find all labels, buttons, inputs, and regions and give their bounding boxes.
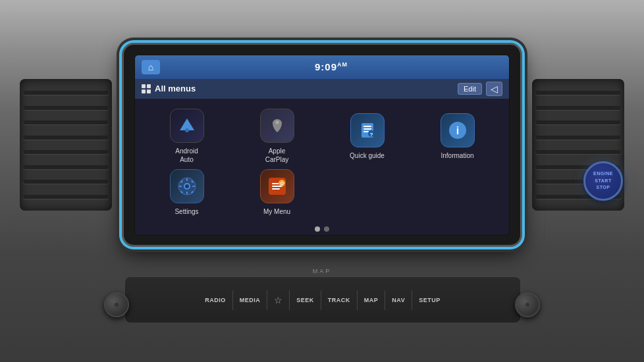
grid-dot [142,90,146,93]
app-apple-carplay[interactable]: Apple CarPlay [232,109,322,165]
svg-rect-4 [363,126,371,127]
menu-bar-title: All menus [142,84,196,93]
vent-slat [23,91,109,95]
seek-button[interactable]: SEEK [291,293,319,307]
svg-rect-6 [363,131,369,132]
settings-icon [170,169,204,203]
nav-button[interactable]: NAV [387,293,410,307]
app-android-auto[interactable]: Android Auto [142,109,232,165]
divider [267,290,267,310]
quick-guide-label: Quick guide [350,151,385,160]
divider [232,290,233,310]
svg-text:?: ? [369,132,373,138]
engine-label-1: ENGINE [593,170,613,178]
svg-text:☆: ☆ [279,180,285,187]
media-button[interactable]: MEDIA [234,293,266,307]
quick-guide-icon: ? [350,113,385,147]
information-icon: i [441,113,475,147]
grid-dot [147,84,151,88]
back-button[interactable]: ◁ [486,82,502,96]
infotainment-screen: ⌂ 9:09AM All menus [134,55,510,236]
my-menu-icon: ☆ [260,169,294,203]
svg-rect-14 [186,178,188,181]
vent-slat [535,91,621,95]
track-button[interactable]: TRACK [323,293,356,307]
edit-button[interactable]: Edit [458,83,482,95]
page-dot-1[interactable] [315,226,320,232]
vent-slat [23,195,109,199]
vent-slat [23,106,109,110]
right-knob[interactable] [515,292,540,317]
app-my-menu[interactable]: ☆ My Menu [232,165,322,220]
vent-slat [23,180,109,184]
home-button[interactable]: ⌂ [142,60,160,74]
svg-rect-5 [363,128,371,130]
android-auto-label: Android Auto [175,147,198,164]
home-icon: ⌂ [148,62,153,72]
screen-header: ⌂ 9:09AM [135,55,509,79]
page-indicator [135,224,509,234]
app-information[interactable]: i Information [412,109,502,165]
favorite-button[interactable]: ☆ [269,291,288,309]
engine-label-2: START [593,178,613,185]
divider [385,290,385,310]
knob-center [115,303,119,307]
vent-slat [23,150,109,154]
divider [289,290,290,310]
svg-point-13 [185,184,189,188]
app-settings[interactable]: Settings [142,165,232,220]
vent-slat [535,106,621,110]
settings-label: Settings [174,207,198,216]
menu-bar: All menus Edit ◁ [135,79,509,99]
grid-icon [142,84,151,93]
map-button[interactable]: MAP [359,293,384,307]
vent-slat [23,136,109,140]
screen-bezel: ⌂ 9:09AM All menus [122,43,522,247]
vent-slat [535,150,621,154]
svg-rect-17 [192,186,195,187]
svg-text:i: i [456,125,458,136]
vent-slat [23,120,109,124]
svg-rect-25 [272,188,280,190]
grid-dot [142,84,146,88]
menu-bar-actions: Edit ◁ [458,82,502,96]
my-menu-label: My Menu [263,207,290,216]
svg-rect-15 [186,192,188,194]
divider [321,290,321,310]
map-label: MAP [313,268,332,274]
dashboard: ⌂ 9:09AM All menus [0,0,644,362]
engine-label-3: STOP [593,184,613,192]
vent-slat [535,136,621,140]
vent-slat [535,120,621,124]
control-panel: RADIO MEDIA ☆ SEEK TRACK MAP NAV SETUP [125,276,520,323]
page-dot-2[interactable] [324,226,329,232]
setup-button[interactable]: SETUP [414,293,446,307]
clock-display: 9:09AM [315,61,348,72]
engine-start-stop-button[interactable]: ENGINE START STOP [583,161,623,201]
radio-button[interactable]: RADIO [200,293,231,307]
vent-slat [23,165,109,169]
grid-dot [147,90,151,93]
app-grid: Android Auto Apple CarPlay [135,99,509,224]
left-knob[interactable] [104,292,129,317]
svg-point-1 [185,128,189,132]
app-quick-guide[interactable]: ? Quick guide [322,109,412,165]
svg-rect-16 [179,186,182,187]
android-auto-icon [170,109,204,143]
divider [412,290,412,310]
apple-carplay-label: Apple CarPlay [265,147,289,164]
divider [357,290,358,310]
svg-point-2 [275,121,279,124]
knob-center [525,303,529,307]
apple-carplay-icon [260,109,294,143]
information-label: Information [441,151,473,160]
left-vent [20,79,112,211]
